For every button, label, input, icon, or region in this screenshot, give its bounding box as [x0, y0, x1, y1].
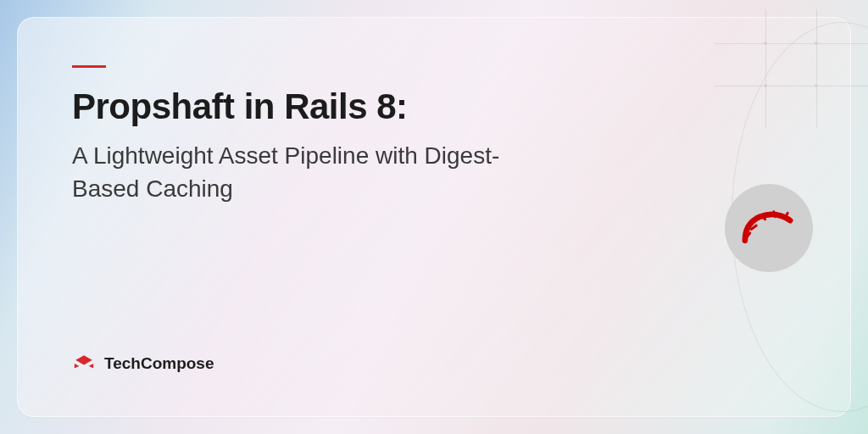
rails-badge [725, 184, 813, 272]
accent-line [72, 65, 106, 68]
rails-logo-icon [737, 197, 800, 259]
brand-footer: TechCompose [72, 352, 796, 376]
promo-card: Propshaft in Rails 8: A Lightweight Asse… [17, 17, 851, 417]
techcompose-logo-icon [72, 352, 96, 376]
svg-line-3 [774, 212, 775, 217]
page-subtitle: A Lightweight Asset Pipeline with Digest… [72, 139, 547, 205]
brand-name: TechCompose [104, 354, 214, 373]
page-title: Propshaft in Rails 8: [72, 86, 796, 127]
